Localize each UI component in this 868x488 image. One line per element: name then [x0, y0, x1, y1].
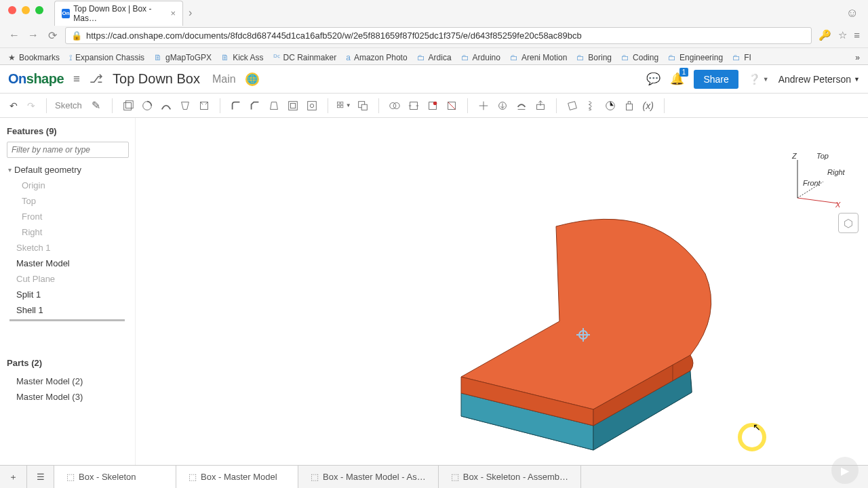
workspace-tab[interactable]: ⬚Box - Master Model — [176, 466, 298, 488]
bookmark-item[interactable]: aAmazon Photo — [346, 53, 407, 62]
derived-icon[interactable] — [514, 98, 529, 113]
feature-item[interactable]: Front — [7, 209, 128, 224]
modify-fillet-icon[interactable] — [444, 98, 459, 113]
add-tab-icon[interactable]: ＋ — [0, 466, 27, 488]
notification-icon[interactable]: 🔔1 — [670, 72, 684, 86]
transform-icon[interactable] — [476, 98, 491, 113]
globe-icon[interactable]: 🌐 — [245, 73, 259, 86]
delete-face-icon[interactable] — [425, 98, 440, 113]
svg-rect-1 — [125, 100, 133, 108]
pencil-icon[interactable]: ✎ — [89, 98, 104, 113]
plane-icon[interactable] — [565, 98, 580, 113]
split-icon[interactable] — [387, 98, 402, 113]
bookmark-item[interactable]: 🗀Coding — [621, 53, 658, 62]
bookmark-item[interactable]: 🗀Areni Motion — [510, 53, 567, 62]
sweep-icon[interactable] — [159, 98, 174, 113]
play-icon[interactable]: ▶ — [831, 457, 859, 484]
chamfer-icon[interactable] — [248, 98, 262, 113]
workspace-tab[interactable]: ⬚Box - Master Model - As… — [298, 466, 439, 488]
feature-group[interactable]: ▾Default geometry — [7, 162, 128, 178]
feature-item[interactable]: Top — [7, 193, 128, 209]
svg-rect-10 — [337, 105, 340, 108]
feature-item[interactable]: Split 1 — [7, 287, 128, 302]
fillet-icon[interactable] — [229, 98, 243, 113]
helix-icon[interactable] — [584, 98, 599, 113]
import-icon[interactable] — [495, 98, 510, 113]
rib-icon[interactable] — [304, 98, 319, 113]
share-button[interactable]: Share — [694, 70, 738, 89]
bookmark-item[interactable]: 🗎Kick Ass — [221, 53, 263, 62]
bookmarks-button[interactable]: ★Bookmarks — [8, 53, 60, 62]
feature-item[interactable]: Origin — [7, 178, 128, 193]
folder-icon: 🗀 — [668, 53, 676, 62]
thicken-icon[interactable] — [197, 98, 212, 113]
bookmark-item[interactable]: 🗎gMapToGPX — [154, 53, 212, 62]
feature-item[interactable]: Shell 1 — [7, 302, 128, 318]
overflow-icon[interactable]: » — [855, 53, 860, 62]
url-bar[interactable]: 🔒 https://cad.onshape.com/documents/8fdc… — [65, 27, 812, 44]
maximize-window-icon[interactable] — [35, 6, 43, 14]
features-title: Features (9) — [7, 126, 128, 136]
star-icon[interactable]: ☆ — [838, 29, 847, 41]
minimize-window-icon[interactable] — [22, 6, 30, 14]
svg-point-18 — [433, 101, 437, 104]
feature-item[interactable]: Cut Plane — [7, 271, 128, 287]
draft-icon[interactable] — [267, 98, 281, 113]
feature-item[interactable]: Master Model — [7, 256, 128, 271]
doc-title[interactable]: Top Down Box — [113, 71, 200, 87]
iso-view-icon[interactable]: ⬡ — [838, 213, 859, 233]
workspace-tab[interactable]: ⬚Box - Skeleton - Assemb… — [439, 466, 581, 488]
feature-item[interactable]: Sketch 1 — [7, 240, 128, 256]
svg-rect-5 — [290, 103, 295, 108]
workspace-tab[interactable]: ⬚Box - Skeleton — [54, 466, 176, 488]
boolean-icon[interactable] — [355, 98, 370, 113]
hamburger-icon[interactable]: ≡ — [73, 73, 80, 86]
canvas-3d[interactable]: Z X Front Top Right ⬡ ↖ — [136, 118, 868, 465]
sheet-metal-icon[interactable] — [603, 98, 618, 113]
features-filter-input[interactable] — [7, 142, 129, 158]
redo-icon[interactable]: ↷ — [24, 98, 38, 113]
undo-icon[interactable]: ↶ — [7, 98, 20, 113]
bookmark-item[interactable]: ᴰᶜDC Rainmaker — [273, 53, 337, 62]
comment-icon[interactable]: 💬 — [646, 72, 660, 86]
revolve-icon[interactable] — [140, 98, 155, 113]
mate-connector-icon[interactable] — [622, 98, 637, 113]
close-window-icon[interactable] — [8, 6, 16, 14]
loft-icon[interactable] — [178, 98, 193, 113]
bookmark-item[interactable]: 🗀Arduino — [461, 53, 500, 62]
tab-close-icon[interactable]: × — [170, 8, 176, 18]
bookmark-icon: ᴰᶜ — [273, 53, 280, 62]
onshape-logo[interactable]: Onshape — [8, 71, 64, 87]
move-icon[interactable] — [406, 98, 421, 113]
part-item[interactable]: Master Model (3) — [7, 389, 128, 405]
view-cube[interactable]: Z X Front Top Right — [787, 152, 848, 213]
part-item[interactable]: Master Model (2) — [7, 373, 128, 389]
key-icon[interactable]: 🔑 — [818, 29, 831, 41]
shell-icon[interactable] — [285, 98, 300, 113]
bookmark-item[interactable]: 🗀Engineering — [668, 53, 723, 62]
tab-list-icon[interactable]: ☰ — [27, 466, 54, 488]
variable-icon[interactable]: (x) — [641, 98, 656, 113]
bookmark-item[interactable]: 🗀FI — [732, 53, 751, 62]
incognito-icon[interactable]: ☺ — [846, 6, 859, 20]
new-tab-icon[interactable]: › — [189, 7, 192, 19]
feature-item[interactable]: Right — [7, 224, 128, 240]
branch-name[interactable]: Main — [212, 73, 236, 85]
folder-icon: 🗀 — [576, 53, 585, 62]
branch-icon[interactable]: ⎇ — [90, 72, 103, 86]
browser-tab[interactable]: On Top Down Box | Box - Mas… × — [54, 1, 183, 26]
bookmark-item[interactable]: 🗀Ardica — [417, 53, 452, 62]
reload-icon[interactable]: ⟳ — [46, 29, 58, 42]
model-3d[interactable] — [420, 206, 760, 477]
menu-icon[interactable]: ≡ — [854, 29, 860, 41]
extrude-icon[interactable] — [121, 98, 136, 113]
back-icon[interactable]: ← — [8, 29, 20, 41]
sketch-button[interactable]: Sketch — [55, 100, 82, 110]
user-menu[interactable]: Andrew Peterson▼ — [778, 74, 860, 85]
svg-point-15 — [393, 102, 399, 108]
bookmark-item[interactable]: 🗀Boring — [576, 53, 612, 62]
pattern-icon[interactable]: ▼ — [336, 98, 351, 113]
bookmark-item[interactable]: ⟟Expansion Chassis — [69, 53, 144, 62]
help-icon[interactable]: ❔▼ — [748, 73, 769, 85]
export-icon[interactable] — [533, 98, 548, 113]
